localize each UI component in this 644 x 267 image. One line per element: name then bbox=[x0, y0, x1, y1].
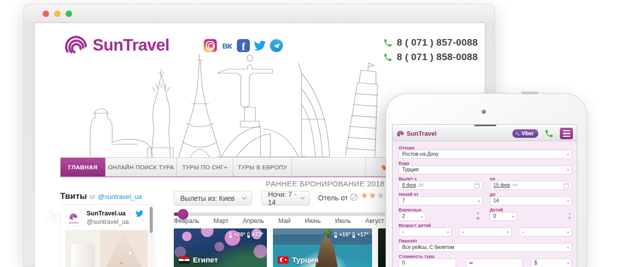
mobile-site-header: SunTravel Viber bbox=[393, 126, 577, 141]
children-select[interactable]: 0▾ bbox=[490, 212, 517, 221]
thermometer-icon bbox=[335, 232, 337, 237]
tweets-by-label: от bbox=[89, 193, 95, 200]
caret-down-icon: ▾ bbox=[567, 228, 569, 236]
tablet-screen: SunTravel Viber Откуда Ростов-на-Дону▾ К… bbox=[392, 124, 577, 267]
social-links bbox=[204, 39, 283, 52]
twitter-icon[interactable] bbox=[253, 39, 266, 52]
tour-card-label: Турция bbox=[278, 255, 318, 264]
twitter-widget: SunTravel SunTravel.ua @suntravel_ua bbox=[60, 204, 155, 267]
currency-select[interactable]: $▾ bbox=[531, 258, 572, 267]
adult-person-icon bbox=[476, 212, 480, 219]
price-min-input[interactable]: 0 bbox=[399, 258, 456, 267]
tweets-handle-link[interactable]: @suntravel_ua bbox=[98, 193, 142, 200]
call-icon[interactable] bbox=[544, 129, 554, 138]
temperatures: +20° +23° bbox=[229, 231, 263, 237]
nights-from-select[interactable]: 7▾ bbox=[399, 196, 483, 205]
no-stars-icon[interactable] bbox=[350, 193, 358, 201]
tree-photo-element bbox=[324, 229, 332, 236]
scrollbar-thumb[interactable] bbox=[150, 207, 153, 233]
caret-down-icon: ▾ bbox=[421, 213, 423, 221]
tablet-device: SunTravel Viber Откуда Ростов-на-Дону▾ К… bbox=[386, 93, 587, 267]
phone-link-1[interactable]: 8 ( 071 ) 857-0088 bbox=[383, 37, 478, 48]
scrollbar-track[interactable] bbox=[149, 206, 153, 267]
month-label[interactable]: Июль bbox=[335, 217, 351, 224]
site-logo[interactable]: SunTravel bbox=[397, 130, 437, 138]
month-labels: Февраль Март Апрель Май Июнь Июль Август bbox=[174, 217, 384, 224]
site-logo-text: SunTravel bbox=[93, 36, 169, 55]
price-max-input[interactable]: ∞ bbox=[466, 258, 523, 267]
caret-down-icon: ▾ bbox=[507, 228, 509, 236]
adults-select[interactable]: 2▾ bbox=[399, 212, 426, 221]
egypt-flag bbox=[179, 256, 189, 263]
tab-online-tour-search[interactable]: ОНЛАЙН ПОИСК ТУРА bbox=[106, 158, 177, 176]
chevron-down-icon bbox=[242, 195, 247, 200]
twitter-bird-icon[interactable] bbox=[135, 209, 144, 218]
caret-down-icon: ▾ bbox=[567, 151, 569, 159]
child-age-select-3[interactable]: -▾ bbox=[519, 227, 572, 236]
depart-to-input[interactable]: 15 фев, пт bbox=[490, 181, 572, 190]
star-icon[interactable]: ★ bbox=[377, 190, 385, 201]
child-age-select-1[interactable]: -▾ bbox=[399, 227, 452, 236]
minimize-button[interactable] bbox=[54, 11, 61, 17]
landmarks-sketch bbox=[71, 43, 392, 157]
tab-cis-tours[interactable]: ТУРЫ ПО СНГ+ bbox=[177, 158, 233, 176]
tweet-account-handle: @suntravel_ua bbox=[87, 218, 129, 225]
child-age-select-2[interactable]: -▾ bbox=[459, 227, 512, 236]
tour-search-form: Откуда Ростов-на-Дону▾ Куда Турция▾ Выле… bbox=[393, 141, 577, 267]
caret-down-icon: ▾ bbox=[567, 197, 569, 205]
instagram-icon[interactable] bbox=[204, 39, 217, 52]
month-label[interactable]: Апрель bbox=[243, 217, 264, 224]
avatar[interactable]: SunTravel bbox=[65, 209, 82, 226]
month-label[interactable]: Май bbox=[278, 217, 291, 224]
month-label[interactable]: Февраль bbox=[174, 217, 199, 224]
tour-card-turkey[interactable]: +15° +17° Турция bbox=[273, 228, 372, 267]
chevron-down-icon bbox=[300, 195, 305, 199]
tour-card-egypt[interactable]: +20° +23° Египет bbox=[174, 228, 267, 267]
promo-banner-text: РАННЕЕ БРОНИРОВАНИЕ 2018 bbox=[266, 179, 385, 188]
from-select[interactable]: Ростов-на-Дону▾ bbox=[399, 150, 572, 159]
departure-city-dropdown[interactable]: Вылеты из: Киев bbox=[174, 191, 252, 205]
hotel-from-label: Отель от bbox=[318, 194, 348, 202]
suntravel-swirl-icon bbox=[397, 130, 405, 138]
viber-badge[interactable]: Viber bbox=[512, 129, 538, 138]
phone-number-2: 8 ( 071 ) 858-0088 bbox=[397, 52, 478, 63]
child-person-icon bbox=[568, 213, 571, 219]
caret-down-icon: ▾ bbox=[478, 197, 480, 205]
month-slider-track[interactable] bbox=[174, 212, 386, 216]
month-label[interactable]: Июнь bbox=[305, 217, 321, 224]
close-button[interactable] bbox=[43, 11, 49, 17]
contact-phones: 8 ( 071 ) 857-0088 8 ( 071 ) 858-0088 bbox=[383, 37, 478, 66]
suntravel-swirl-icon bbox=[69, 212, 78, 221]
nights-dropdown[interactable]: Ночи: 7 - 14 bbox=[261, 191, 310, 205]
turkey-flag bbox=[278, 256, 288, 263]
tab-5[interactable] bbox=[292, 158, 366, 176]
tweets-title: Твиты bbox=[60, 191, 87, 201]
tweet-photo[interactable] bbox=[65, 230, 148, 267]
calendar-icon bbox=[474, 183, 480, 188]
star-icon[interactable]: ★ bbox=[361, 190, 369, 201]
depart-from-input[interactable]: 8 фев, пт bbox=[399, 181, 483, 190]
facebook-icon[interactable] bbox=[237, 39, 250, 52]
fullscreen-button[interactable] bbox=[66, 11, 72, 17]
phone-icon bbox=[383, 53, 393, 62]
tab-home[interactable]: ГЛАВНАЯ bbox=[61, 158, 106, 176]
vk-icon[interactable] bbox=[220, 39, 233, 52]
caret-down-icon: ▾ bbox=[512, 213, 514, 221]
phone-icon bbox=[383, 38, 393, 48]
phone-link-2[interactable]: 8 ( 071 ) 858-0088 bbox=[383, 52, 478, 63]
hamburger-menu-button[interactable] bbox=[560, 128, 573, 139]
flight-select[interactable]: Все рейсы, С билетом▾ bbox=[399, 243, 572, 252]
crescent-icon bbox=[280, 257, 284, 262]
nights-to-select[interactable]: 14▾ bbox=[490, 196, 572, 205]
tweet-account-name[interactable]: SunTravel.ua bbox=[87, 210, 126, 217]
tab-europe-tours[interactable]: ТУРЫ В ЕВРОПУ bbox=[233, 158, 292, 176]
temperatures: +15° +17° bbox=[335, 231, 369, 237]
phone-number-1: 8 ( 071 ) 857-0088 bbox=[397, 37, 478, 48]
star-icon[interactable]: ★ bbox=[369, 190, 377, 201]
month-label[interactable]: Март bbox=[213, 217, 228, 224]
to-select[interactable]: Турция▾ bbox=[399, 165, 572, 174]
month-label[interactable]: Август bbox=[365, 217, 384, 224]
site-logo[interactable]: SunTravel bbox=[64, 32, 169, 58]
telegram-icon[interactable] bbox=[270, 39, 283, 52]
front-camera bbox=[482, 110, 486, 114]
